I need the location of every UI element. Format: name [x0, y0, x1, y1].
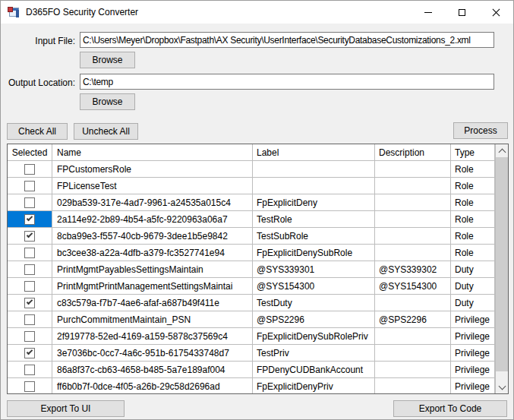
label-cell[interactable]: FpExplicitDenyPriv: [253, 378, 375, 394]
scrollbar-thumb[interactable]: [496, 157, 508, 371]
table-row[interactable]: PrintMgmtPrintManagementSettingsMaintai@…: [8, 278, 495, 295]
name-cell[interactable]: PrintMgmtPayablesSettingsMaintain: [52, 261, 253, 278]
table-row[interactable]: 029ba539-317e-4ad7-9961-a24535a015c4FpEx…: [8, 194, 495, 211]
description-cell[interactable]: [375, 245, 451, 261]
type-cell[interactable]: Privilege: [451, 345, 495, 362]
type-cell[interactable]: Role: [451, 161, 495, 178]
label-cell[interactable]: FPDenyCUDBankAccount: [253, 362, 375, 378]
maximize-button[interactable]: [445, 1, 479, 24]
row-checkbox-checked[interactable]: [24, 348, 35, 358]
minimize-button[interactable]: [411, 1, 445, 24]
table-row[interactable]: 2f919778-52ed-4169-a159-5878c37569c4FpEx…: [8, 328, 495, 345]
row-checkbox[interactable]: [24, 197, 35, 208]
row-checkbox[interactable]: [24, 314, 35, 325]
table-row[interactable]: 8cba99e3-f557-40cb-9679-3dee1b5e9842Test…: [8, 228, 495, 245]
name-cell[interactable]: PrintMgmtPrintManagementSettingsMaintai: [52, 278, 253, 295]
row-checkbox[interactable]: [24, 181, 35, 191]
label-cell[interactable]: @SYS154300: [253, 278, 375, 295]
selected-cell[interactable]: [8, 178, 52, 194]
name-cell[interactable]: PurchCommitmentMaintain_PSN: [52, 311, 253, 328]
label-cell[interactable]: TestPriv: [253, 345, 375, 362]
row-checkbox[interactable]: [24, 381, 35, 392]
description-cell[interactable]: [375, 328, 451, 345]
row-checkbox[interactable]: [24, 281, 35, 292]
name-cell[interactable]: c83c579a-f7b7-4ae6-afaf-a687b49f411e: [52, 295, 253, 311]
description-cell[interactable]: [375, 228, 451, 245]
description-cell[interactable]: [375, 194, 451, 211]
table-row[interactable]: c83c579a-f7b7-4ae6-afaf-a687b49f411eTest…: [8, 295, 495, 311]
name-cell[interactable]: 2a114e92-2b89-4b54-a5fc-9220963a06a7: [52, 211, 253, 228]
label-cell[interactable]: FpExplicitDenySubRole: [253, 245, 375, 261]
row-checkbox[interactable]: [24, 164, 35, 175]
label-cell[interactable]: TestDuty: [253, 295, 375, 311]
description-cell[interactable]: [375, 178, 451, 194]
column-header-description[interactable]: Description: [375, 144, 451, 161]
row-checkbox[interactable]: [24, 248, 35, 258]
selected-cell[interactable]: [8, 261, 52, 278]
table-row[interactable]: ff6b0b7f-0dce-4f05-a26b-29c58d2696adFpEx…: [8, 378, 495, 394]
table-row[interactable]: FPLicenseTestRole: [8, 178, 495, 194]
scroll-up-button[interactable]: [496, 144, 508, 157]
name-cell[interactable]: 029ba539-317e-4ad7-9961-a24535a015c4: [52, 194, 253, 211]
titlebar[interactable]: D365FO Security Converter: [1, 1, 513, 24]
row-checkbox[interactable]: [24, 365, 35, 375]
row-checkbox-checked[interactable]: [24, 231, 35, 242]
label-cell[interactable]: FpExplicitDeny: [253, 194, 375, 211]
type-cell[interactable]: Role: [451, 194, 495, 211]
selected-cell[interactable]: [8, 278, 52, 295]
row-checkbox-checked[interactable]: [24, 214, 35, 225]
description-cell[interactable]: [375, 378, 451, 394]
column-header-label[interactable]: Label: [253, 144, 375, 161]
selected-cell[interactable]: [8, 362, 52, 378]
type-cell[interactable]: Privilege: [451, 362, 495, 378]
table-row[interactable]: PurchCommitmentMaintain_PSN@SPS2296@SPS2…: [8, 311, 495, 328]
output-browse-button[interactable]: Browse: [80, 93, 135, 110]
description-cell[interactable]: @SYS154300: [375, 278, 451, 295]
description-cell[interactable]: [375, 161, 451, 178]
name-cell[interactable]: FPLicenseTest: [52, 178, 253, 194]
app-icon[interactable]: [8, 6, 20, 18]
table-row[interactable]: PrintMgmtPayablesSettingsMaintain@SYS339…: [8, 261, 495, 278]
selected-cell[interactable]: [8, 245, 52, 261]
selected-cell[interactable]: [8, 311, 52, 328]
name-cell[interactable]: 8cba99e3-f557-40cb-9679-3dee1b5e9842: [52, 228, 253, 245]
description-cell[interactable]: [375, 211, 451, 228]
description-cell[interactable]: [375, 345, 451, 362]
label-cell[interactable]: FpExplicitDenySubRolePriv: [253, 328, 375, 345]
name-cell[interactable]: FPCustomersRole: [52, 161, 253, 178]
type-cell[interactable]: Role: [451, 228, 495, 245]
selected-cell[interactable]: [8, 211, 52, 228]
label-cell[interactable]: TestSubRole: [253, 228, 375, 245]
selected-cell[interactable]: [8, 328, 52, 345]
table-row[interactable]: 2a114e92-2b89-4b54-a5fc-9220963a06a7Test…: [8, 211, 495, 228]
type-cell[interactable]: Role: [451, 245, 495, 261]
row-checkbox[interactable]: [24, 331, 35, 342]
selected-cell[interactable]: [8, 161, 52, 178]
name-cell[interactable]: ff6b0b7f-0dce-4f05-a26b-29c58d2696ad: [52, 378, 253, 394]
input-file-field[interactable]: [80, 32, 494, 48]
type-cell[interactable]: Duty: [451, 278, 495, 295]
column-header-type[interactable]: Type: [451, 144, 495, 161]
table-row[interactable]: 86a8f37c-cb63-4658-b485-5a7e189af004FPDe…: [8, 362, 495, 378]
selected-cell[interactable]: [8, 228, 52, 245]
type-cell[interactable]: Privilege: [451, 311, 495, 328]
close-button[interactable]: [479, 1, 513, 24]
name-cell[interactable]: 3e7036bc-0cc7-4a6c-951b-6175433748d7: [52, 345, 253, 362]
label-cell[interactable]: @SPS2296: [253, 311, 375, 328]
description-cell[interactable]: [375, 362, 451, 378]
description-cell[interactable]: @SPS2296: [375, 311, 451, 328]
export-to-code-button[interactable]: Export To Code: [393, 400, 507, 417]
process-button[interactable]: Process: [453, 122, 508, 139]
scroll-down-button[interactable]: [496, 381, 508, 393]
name-cell[interactable]: bc3cee38-a22a-4dfb-a379-fc3527741e94: [52, 245, 253, 261]
label-cell[interactable]: [253, 178, 375, 194]
type-cell[interactable]: Duty: [451, 261, 495, 278]
table-row[interactable]: bc3cee38-a22a-4dfb-a379-fc3527741e94FpEx…: [8, 245, 495, 261]
check-all-button[interactable]: Check All: [7, 123, 68, 140]
name-cell[interactable]: 86a8f37c-cb63-4658-b485-5a7e189af004: [52, 362, 253, 378]
column-header-selected[interactable]: Selected: [8, 144, 52, 161]
type-cell[interactable]: Role: [451, 178, 495, 194]
label-cell[interactable]: TestRole: [253, 211, 375, 228]
output-location-field[interactable]: [80, 74, 494, 90]
description-cell[interactable]: @SYS339302: [375, 261, 451, 278]
